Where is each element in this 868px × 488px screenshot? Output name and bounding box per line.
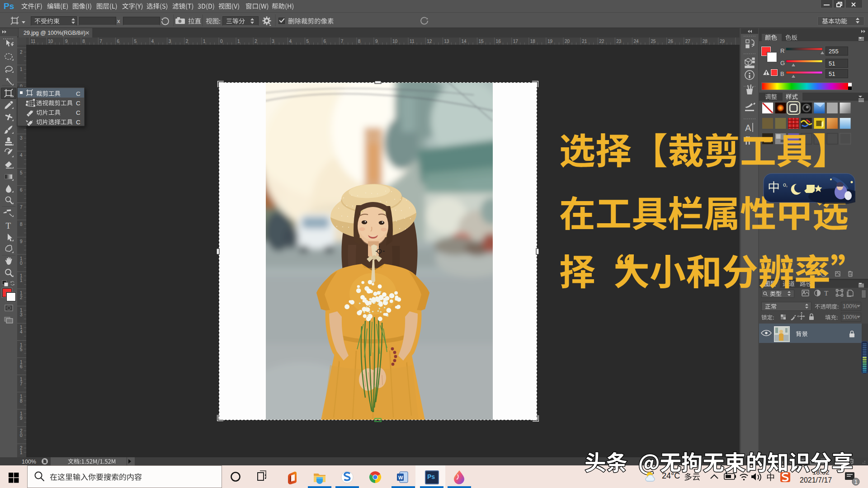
svg-text:o,: o, xyxy=(783,182,788,188)
